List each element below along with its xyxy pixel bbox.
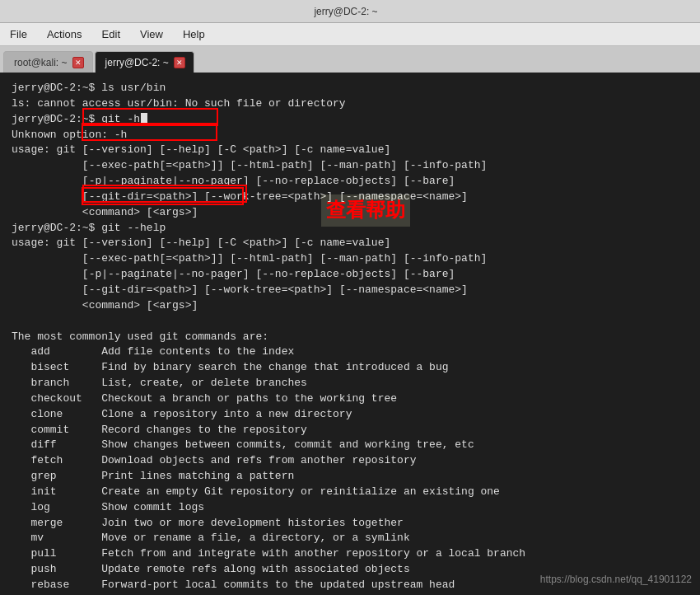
terminal-line-5: [--exec-path[=<path>]] [--html-path] [--…	[12, 158, 688, 174]
terminal-line-1: ls: cannot access usr/bin: No such file …	[12, 96, 688, 112]
terminal-line-0: jerry@DC-2:~$ ls usr/bin	[12, 81, 688, 96]
terminal-line-13: [--git-dir=<path>] [--work-tree=<path>] …	[12, 283, 688, 298]
menu-file[interactable]: File	[7, 26, 30, 42]
terminal-line-8: <command> [<args>]	[12, 205, 688, 221]
tabs-bar: root@kali: ~ ✕ jerry@DC-2: ~ ✕	[0, 46, 700, 73]
terminal-line-21: clone Clone a repository into a new dire…	[12, 407, 688, 423]
terminal-line-20: checkout Checkout a branch or paths to t…	[12, 391, 688, 407]
tab-close-1[interactable]: ✕	[174, 57, 185, 68]
terminal-line-9: jerry@DC-2:~$ git --help	[12, 221, 688, 237]
terminal-line-16: The most commonly used git commands are:	[12, 330, 688, 345]
terminal-line-2: jerry@DC-2:~$ git -h	[12, 112, 688, 128]
menu-actions[interactable]: Actions	[44, 26, 86, 42]
menu-edit[interactable]: Edit	[99, 26, 124, 42]
terminal[interactable]: jerry@DC-2:~$ ls usr/bin ls: cannot acce…	[0, 73, 700, 595]
menu-view[interactable]: View	[137, 26, 166, 42]
terminal-line-3: Unknown option: -h	[12, 128, 688, 143]
terminal-line-23: diff Show changes between commits, commi…	[12, 438, 688, 453]
watermark: https://blog.csdn.net/qq_41901122	[540, 573, 692, 587]
terminal-line-27: log Show commit logs	[12, 500, 688, 516]
terminal-line-11: [--exec-path[=<path>]] [--html-path] [--…	[12, 251, 688, 267]
title-bar: jerry@DC-2: ~	[0, 0, 700, 23]
menu-bar: File Actions Edit View Help	[0, 23, 700, 46]
tab-label-0: root@kali: ~	[14, 57, 68, 68]
menu-help[interactable]: Help	[180, 26, 208, 42]
terminal-line-22: commit Record changes to the repository	[12, 423, 688, 438]
terminal-line-18: bisect Find by binary search the change …	[12, 360, 688, 376]
terminal-line-28: merge Join two or more development histo…	[12, 516, 688, 532]
terminal-line-29: mv Move or rename a file, a directory, o…	[12, 531, 688, 546]
terminal-line-7: [--git-dir=<path>] [--work-tree=<path>] …	[12, 190, 688, 205]
tab-jerry-dc2[interactable]: jerry@DC-2: ~ ✕	[95, 51, 194, 73]
terminal-line-24: fetch Download objects and refs from ano…	[12, 453, 688, 469]
tab-label-1: jerry@DC-2: ~	[105, 57, 169, 68]
tab-close-0[interactable]: ✕	[72, 57, 84, 68]
terminal-line-10: usage: git [--version] [--help] [-C <pat…	[12, 236, 688, 251]
terminal-line-30: pull Fetch from and integrate with anoth…	[12, 546, 688, 562]
terminal-line-26: init Create an empty Git repository or r…	[12, 485, 688, 500]
terminal-wrapper: E C Ca s jerry@DC-2:~$ ls usr/bin ls: ca…	[0, 73, 700, 595]
tab-root-kali[interactable]: root@kali: ~ ✕	[3, 51, 93, 73]
terminal-line-12: [-p|--paginate|--no-pager] [--no-replace…	[12, 267, 688, 283]
terminal-line-4: usage: git [--version] [--help] [-C <pat…	[12, 143, 688, 158]
terminal-line-15	[12, 314, 688, 330]
title-bar-text: jerry@DC-2: ~	[0, 6, 692, 17]
terminal-line-17: add Add file contents to the index	[12, 344, 688, 360]
terminal-line-19: branch List, create, or delete branches	[12, 376, 688, 391]
terminal-line-6: [-p|--paginate|--no-pager] [--no-replace…	[12, 174, 688, 190]
terminal-line-25: grep Print lines matching a pattern	[12, 469, 688, 485]
terminal-line-14: <command> [<args>]	[12, 298, 688, 314]
